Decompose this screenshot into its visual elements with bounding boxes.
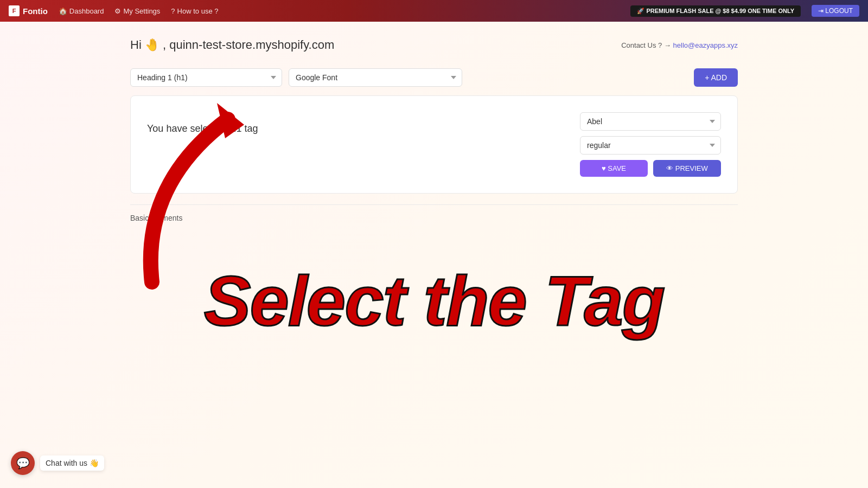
main-content: Hi 🤚 , quinn-test-store.myshopify.com Co… xyxy=(108,22,760,374)
card-actions: ♥ SAVE 👁 PREVIEW xyxy=(580,160,721,177)
settings-link[interactable]: ⚙ My Settings xyxy=(114,7,160,15)
chat-widget: 💬 Chat with us 👋 xyxy=(11,451,104,475)
card-message: You have selected H1 tag xyxy=(147,112,258,134)
settings-label: My Settings xyxy=(123,7,160,15)
font-name-select[interactable]: Abel Roboto Open Sans Montserrat Lato xyxy=(580,112,721,131)
chat-icon: 💬 xyxy=(16,457,30,470)
save-label: ♥ SAVE xyxy=(602,164,626,172)
controls-row: Heading 1 (h1) Heading 2 (h2) Heading 3 … xyxy=(130,68,738,87)
card-inner: You have selected H1 tag Abel Roboto Ope… xyxy=(147,112,721,177)
save-button[interactable]: ♥ SAVE xyxy=(580,160,648,177)
how-to-label: How to use ? xyxy=(177,7,219,15)
preview-label: 👁 PREVIEW xyxy=(666,164,708,172)
dashboard-link[interactable]: 🏠 Dashboard xyxy=(59,7,104,15)
contact-email[interactable]: hello@eazyapps.xyz xyxy=(673,41,738,49)
card-controls: Abel Roboto Open Sans Montserrat Lato re… xyxy=(580,112,721,177)
big-text: Select the Tag xyxy=(130,266,738,336)
font-type-select[interactable]: Google Font Adobe Font System Font xyxy=(289,68,462,87)
settings-icon: ⚙ xyxy=(114,7,121,15)
font-card: You have selected H1 tag Abel Roboto Ope… xyxy=(130,95,738,194)
logout-button[interactable]: ⇥ LOGOUT xyxy=(812,5,859,17)
add-label: + ADD xyxy=(705,73,727,82)
contact-label: Contact Us ? → xyxy=(621,41,671,49)
dashboard-label: Dashboard xyxy=(69,7,104,15)
question-icon: ? xyxy=(171,7,175,15)
how-to-link[interactable]: ? How to use ? xyxy=(171,7,218,15)
navbar: F Fontio 🏠 Dashboard ⚙ My Settings ? How… xyxy=(0,0,868,22)
font-weight-select[interactable]: regular bold light italic medium xyxy=(580,136,721,155)
section-divider xyxy=(130,204,738,205)
contact-info: Contact Us ? → hello@eazyapps.xyz xyxy=(621,41,738,49)
logout-label: ⇥ LOGOUT xyxy=(818,7,853,15)
brand-icon: F xyxy=(9,5,20,16)
add-button[interactable]: + ADD xyxy=(694,68,738,87)
greeting-text: Hi 🤚 , quinn-test-store.myshopify.com xyxy=(130,38,334,52)
heading-select[interactable]: Heading 1 (h1) Heading 2 (h2) Heading 3 … xyxy=(130,68,282,87)
brand-logo: F Fontio xyxy=(9,5,48,16)
dashboard-icon: 🏠 xyxy=(59,7,67,15)
big-text-overlay: Select the Tag xyxy=(130,233,738,358)
chat-button[interactable]: 💬 xyxy=(11,451,35,475)
basic-elements-label: Basic Elements xyxy=(130,214,738,222)
sale-button[interactable]: 🚀 PREMIUM FLASH SALE @ $8 $4.99 ONE TIME… xyxy=(630,5,801,17)
chat-label: Chat with us 👋 xyxy=(40,455,104,471)
brand-name: Fontio xyxy=(23,7,48,16)
header-row: Hi 🤚 , quinn-test-store.myshopify.com Co… xyxy=(130,38,738,52)
sale-label: 🚀 PREMIUM FLASH SALE @ $8 $4.99 ONE TIME… xyxy=(637,8,794,15)
preview-button[interactable]: 👁 PREVIEW xyxy=(653,160,721,177)
